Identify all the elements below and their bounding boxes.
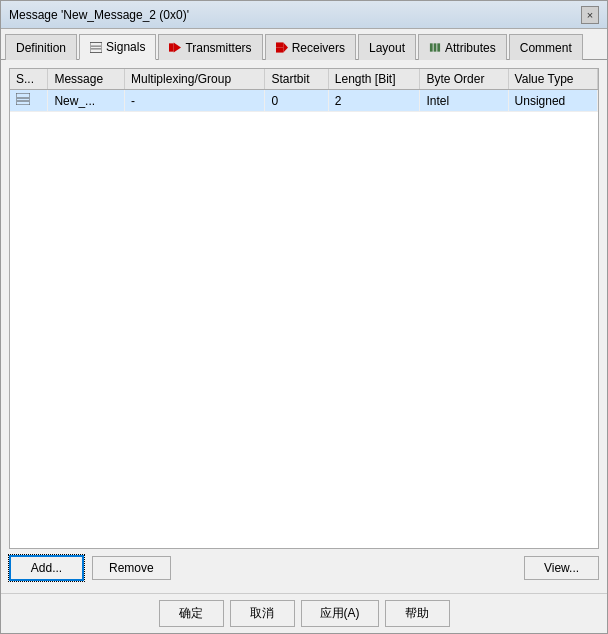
cell-startbit: 0 bbox=[265, 90, 328, 112]
cell-byteorder: Intel bbox=[420, 90, 508, 112]
tab-layout-label: Layout bbox=[369, 41, 405, 55]
svg-marker-5 bbox=[276, 42, 283, 47]
table-header-row: S... Message Multiplexing/Group Startbit… bbox=[10, 69, 598, 90]
col-header-byteorder: Byte Order bbox=[420, 69, 508, 90]
svg-rect-0 bbox=[90, 42, 102, 52]
cancel-button[interactable]: 取消 bbox=[230, 600, 295, 627]
attributes-icon bbox=[429, 42, 441, 54]
tab-transmitters[interactable]: Transmitters bbox=[158, 34, 262, 60]
svg-marker-7 bbox=[283, 42, 288, 52]
col-header-signal: S... bbox=[10, 69, 48, 90]
tab-receivers[interactable]: Receivers bbox=[265, 34, 356, 60]
tab-attributes-label: Attributes bbox=[445, 41, 496, 55]
tab-comment[interactable]: Comment bbox=[509, 34, 583, 60]
signals-table-container: S... Message Multiplexing/Group Startbit… bbox=[9, 68, 599, 549]
tab-layout[interactable]: Layout bbox=[358, 34, 416, 60]
cell-mux: - bbox=[125, 90, 265, 112]
svg-rect-8 bbox=[430, 43, 433, 51]
cell-icon bbox=[10, 90, 48, 112]
confirm-button[interactable]: 确定 bbox=[159, 600, 224, 627]
signals-table: S... Message Multiplexing/Group Startbit… bbox=[10, 69, 598, 112]
title-bar: Message 'New_Message_2 (0x0)' × bbox=[1, 1, 607, 29]
apply-button[interactable]: 应用(A) bbox=[301, 600, 379, 627]
svg-marker-6 bbox=[276, 48, 283, 53]
action-buttons: Add... Remove View... bbox=[9, 549, 599, 585]
add-button[interactable]: Add... bbox=[9, 555, 84, 581]
transmitters-icon bbox=[169, 42, 181, 54]
tab-signals[interactable]: Signals bbox=[79, 34, 156, 60]
col-header-message: Message bbox=[48, 69, 125, 90]
signals-icon bbox=[90, 41, 102, 53]
remove-button[interactable]: Remove bbox=[92, 556, 171, 580]
svg-rect-11 bbox=[16, 93, 30, 105]
main-window: Message 'New_Message_2 (0x0)' × Definiti… bbox=[0, 0, 608, 634]
tab-signals-label: Signals bbox=[106, 40, 145, 54]
table-row[interactable]: New_... - 0 2 Intel Unsigned bbox=[10, 90, 598, 112]
tab-definition-label: Definition bbox=[16, 41, 66, 55]
col-header-mux: Multiplexing/Group bbox=[125, 69, 265, 90]
cell-valuetype: Unsigned bbox=[508, 90, 597, 112]
col-header-length: Length [Bit] bbox=[328, 69, 420, 90]
tab-comment-label: Comment bbox=[520, 41, 572, 55]
tab-definition[interactable]: Definition bbox=[5, 34, 77, 60]
view-button[interactable]: View... bbox=[524, 556, 599, 580]
help-button[interactable]: 帮助 bbox=[385, 600, 450, 627]
tab-attributes[interactable]: Attributes bbox=[418, 34, 507, 60]
svg-rect-9 bbox=[434, 43, 437, 51]
close-button[interactable]: × bbox=[581, 6, 599, 24]
svg-rect-10 bbox=[437, 43, 440, 51]
col-header-startbit: Startbit bbox=[265, 69, 328, 90]
receivers-icon bbox=[276, 42, 288, 54]
signal-row-icon bbox=[16, 93, 30, 105]
cell-message: New_... bbox=[48, 90, 125, 112]
cell-length: 2 bbox=[328, 90, 420, 112]
tab-bar: Definition Signals Transmitters bbox=[1, 29, 607, 60]
content-area: S... Message Multiplexing/Group Startbit… bbox=[1, 60, 607, 593]
col-header-valuetype: Value Type bbox=[508, 69, 597, 90]
tab-transmitters-label: Transmitters bbox=[185, 41, 251, 55]
window-title: Message 'New_Message_2 (0x0)' bbox=[9, 8, 189, 22]
svg-marker-4 bbox=[174, 42, 181, 52]
svg-rect-3 bbox=[169, 43, 174, 51]
footer: 确定 取消 应用(A) 帮助 bbox=[1, 593, 607, 633]
tab-receivers-label: Receivers bbox=[292, 41, 345, 55]
